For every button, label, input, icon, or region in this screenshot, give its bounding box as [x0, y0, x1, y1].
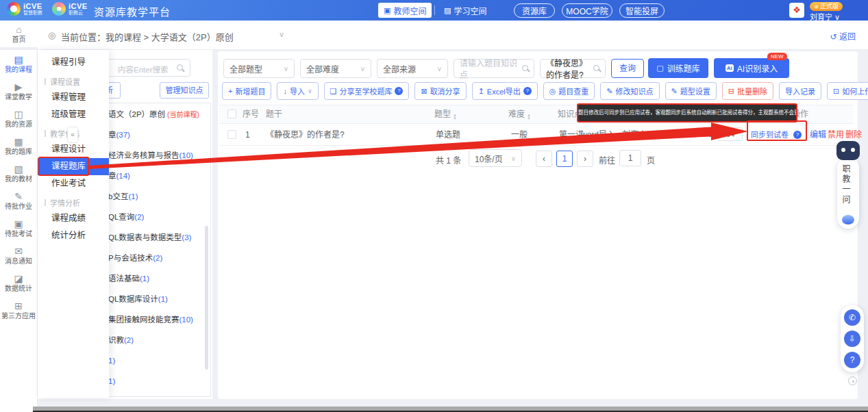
cell-stem[interactable]: 《静夜思》的作者是? [266, 124, 345, 146]
nav-resource-pill[interactable]: 资源库 [514, 3, 555, 18]
sidebar-item[interactable]: ◪ 数据统计 [0, 273, 37, 300]
nav-mooc-pill[interactable]: MOOC学院 [562, 3, 612, 18]
tree-node[interactable]: 章(14) [108, 166, 211, 186]
sidebar-item-home[interactable]: ⌂ 首页 [0, 21, 38, 48]
toolbar-button-icon: ⊡ [833, 87, 839, 96]
user-app-icon[interactable]: ❖ [789, 3, 804, 18]
tree-node-count: (2) [124, 336, 134, 344]
sidebar-item[interactable]: ▣ 待批考试 [0, 218, 37, 246]
sidebar-item-label: 我的课程 [0, 66, 37, 74]
sort-icon[interactable]: ▲▼ [527, 114, 531, 120]
cell-created-time: 2024-07-12 13:34:08 [652, 124, 716, 146]
nav-student-space[interactable]: 学习空间 [444, 3, 486, 18]
back-button[interactable]: 返回 [830, 30, 856, 42]
tree-node[interactable]: 章(37) [108, 125, 211, 145]
toolbar-button-icon: ✎ [606, 87, 612, 96]
tree-node[interactable]: 经济业务核算与报告(10) [108, 145, 211, 166]
nav-teacher-space[interactable]: 教师空间 [378, 3, 432, 18]
score-input[interactable]: 64 [718, 127, 743, 141]
tree-node[interactable]: QL查询(2) [108, 207, 211, 227]
toolbar-button[interactable]: ⊡如何上传题库? [827, 82, 868, 100]
sidebar-item[interactable]: ▶ 课堂教学 [0, 81, 37, 109]
current-page-button[interactable]: 1 [556, 151, 573, 167]
menu-item[interactable]: 统计分析 [38, 227, 109, 244]
keyword-search-input[interactable]: 《静夜思》的作者是? [540, 59, 606, 78]
help-circle-icon[interactable]: ? [844, 352, 860, 368]
sidebar-item[interactable]: ✉ 消息通知 [0, 246, 37, 273]
tree-node[interactable]: 语文（2P）原创(当前课程) [108, 104, 211, 125]
menu-item[interactable]: 课程设置 [38, 74, 109, 89]
goto-page-input[interactable]: 1 [619, 150, 641, 166]
tree-node[interactable]: QL数据库设计(1) [108, 289, 211, 309]
menu-item[interactable]: 课程成绩 [38, 210, 109, 227]
toolbar-button[interactable]: ❑分享至学校题库? [324, 82, 410, 100]
next-page-button[interactable]: › [577, 151, 593, 167]
toolbar-button[interactable]: ⊟批量删除 [722, 82, 773, 100]
sidebar-item-label: 数据统计 [0, 285, 37, 293]
col-header-difficulty[interactable]: 难度▲▼ [508, 105, 531, 124]
sort-icon[interactable]: ▲▼ [453, 114, 457, 120]
logo-zhijiaoyun: iCVE 职教云 [52, 2, 88, 16]
tree-collapse-handle[interactable]: « [67, 127, 78, 143]
sidebar-item[interactable]: ▦ 我的题库 [0, 136, 37, 164]
toolbar-button[interactable]: ✎修改知识点 [600, 82, 659, 100]
col-header-type[interactable]: 题型▲▼ [434, 105, 457, 124]
tree-node[interactable]: QL数据表与数据类型(3) [108, 227, 211, 248]
sidebar-item[interactable]: ◫ 我的资源 [0, 109, 37, 136]
tree-node[interactable]: P与会话技术(2) [108, 248, 211, 268]
assistant-widget[interactable]: 职教一问 [833, 141, 863, 231]
tree-scrollbar[interactable] [205, 226, 208, 370]
menu-item[interactable]: 班级管理 [38, 106, 109, 123]
select-all-checkbox[interactable] [227, 110, 236, 118]
toolbar-button-icon: ✎ [671, 87, 678, 96]
menu-item[interactable]: 课程设计 [38, 141, 109, 158]
download-icon[interactable]: ⇩ [844, 331, 860, 347]
toolbar-button[interactable]: ⊠取消分享 [414, 82, 466, 100]
tree-node[interactable]: 1) [108, 350, 211, 371]
teacher-space-icon [384, 5, 390, 15]
sidebar-item[interactable]: ▧ 我的教材 [0, 164, 37, 191]
breadcrumb-caret-icon[interactable]: ∨ [279, 30, 284, 39]
prev-page-button[interactable]: ‹ [536, 151, 552, 167]
tree-node[interactable]: 集团接触网技能竞赛(10) [108, 309, 211, 330]
difficulty-select[interactable]: 全部难度∨ [300, 59, 371, 78]
toolbar-button[interactable]: ↥Excel导出? [472, 82, 538, 100]
menu-item[interactable]: 作业考试 [38, 175, 109, 192]
toolbar-button[interactable]: 导入记录 [779, 82, 821, 100]
toolbar-button[interactable]: ✎题型设置 [665, 82, 717, 100]
question-type-select[interactable]: 全部题型∨ [223, 59, 295, 78]
help-icon[interactable]: ? [523, 87, 532, 95]
manage-knowledge-button[interactable]: 管理知识点 [160, 82, 209, 99]
collapse-dot-icon[interactable] [848, 376, 857, 385]
page-size-select[interactable]: 10条/页∨ [469, 149, 522, 167]
tree-node-count: (37) [116, 131, 130, 139]
menu-item-label: 统计分析 [51, 231, 86, 240]
ai-recognition-button[interactable]: AiAI识别录入 [714, 58, 789, 78]
sidebar-item[interactable]: ⊞ 第三方应用 [0, 300, 37, 328]
tree-node[interactable]: 识教(2) [108, 330, 211, 350]
assistant-label: 职教一问 [840, 164, 852, 205]
training-bank-button[interactable]: 训练题库 [648, 58, 708, 78]
sidebar-item[interactable]: ✎ 待批作业 [0, 191, 37, 218]
toolbar-button[interactable]: ◎题目查重 [543, 82, 595, 100]
menu-item[interactable]: 课程引导 [38, 54, 109, 71]
support-icon[interactable]: ✆ [844, 309, 860, 326]
tree-node[interactable]: 语法基础(1) [108, 268, 211, 289]
tree-node[interactable]: 1) [108, 371, 211, 391]
menu-item[interactable]: 课程管理 [38, 89, 109, 106]
knowledge-search-input[interactable]: 请输入题目知识点 [454, 59, 534, 78]
sidebar-item[interactable]: ▤ 我的课程 [0, 54, 37, 81]
row-checkbox[interactable] [227, 130, 236, 139]
nav-cast-pill[interactable]: 智能投屏 [619, 3, 665, 18]
menu-item[interactable]: 学情分析 [38, 195, 109, 210]
toolbar-button[interactable]: ↓导入∨ [277, 82, 318, 100]
sidebar-item-icon: ▶ [0, 81, 37, 93]
query-button[interactable]: 查询 [611, 59, 644, 78]
toolbar-button[interactable]: +新增题目 [222, 82, 271, 100]
edit-link[interactable]: 编辑 [810, 124, 826, 146]
tree-node[interactable]: b交互(1) [108, 186, 211, 207]
help-icon[interactable]: ? [395, 87, 403, 95]
source-select[interactable]: 全部来源∨ [377, 59, 448, 78]
student-space-icon [444, 5, 451, 15]
user-menu[interactable]: 刘育宁 ∨ [810, 11, 840, 22]
